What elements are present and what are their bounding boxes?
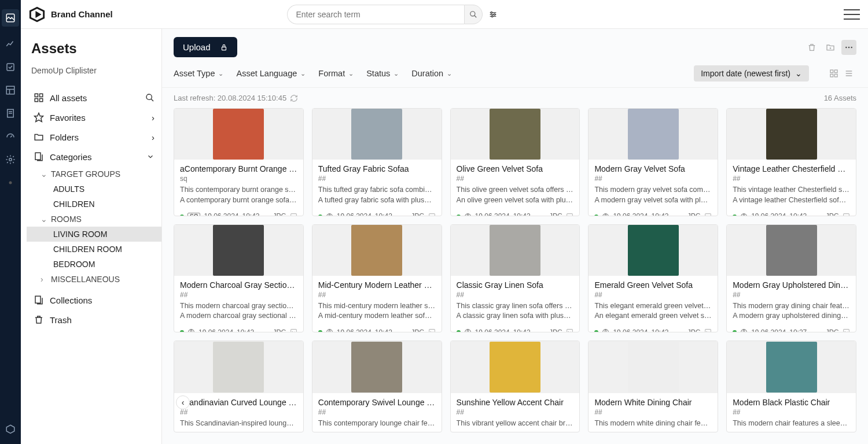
card-desc-1: This modern white dining chair features …	[594, 419, 712, 429]
status-dot	[318, 214, 322, 216]
search-button[interactable]	[464, 5, 483, 24]
cat-bedroom[interactable]: BEDROOM	[31, 257, 157, 272]
rail-layout-icon[interactable]	[5, 84, 16, 96]
card-thumbnail	[174, 109, 303, 160]
asset-card[interactable]: Classic Gray Linen Sofa ## This classic …	[450, 224, 580, 332]
asset-card[interactable]: Contemporary Swivel Lounge Chair ## This…	[312, 341, 442, 433]
rail-settings-icon[interactable]	[5, 154, 16, 165]
asset-card[interactable]: Sunshine Yellow Accent Chair ## This vib…	[450, 341, 580, 433]
card-time: 10:27	[789, 328, 807, 332]
card-title: Modern Gray Velvet Sofa	[594, 164, 712, 173]
chevron-right-icon: ›	[152, 113, 155, 123]
svg-rect-39	[290, 330, 296, 332]
cat-misc[interactable]: ›MISCELLANEOUS	[31, 272, 157, 287]
cat-rooms[interactable]: ⌄ROOMS	[31, 212, 157, 227]
rail-dashboard-icon[interactable]	[5, 131, 16, 142]
rail-assets-icon[interactable]	[2, 9, 19, 27]
rail-dot-icon[interactable]	[5, 177, 16, 188]
nav-trash[interactable]: Trash	[31, 310, 157, 330]
card-thumbnail	[312, 225, 442, 276]
card-time: 10:42	[375, 328, 392, 332]
cat-living-room[interactable]: LIVING ROOM	[27, 227, 161, 242]
card-desc-1: This modern gray dining chair features a…	[733, 301, 850, 312]
chevron-right-icon: ›	[41, 275, 47, 284]
card-title: Sunshine Yellow Accent Chair	[457, 398, 574, 407]
grid-view-icon[interactable]	[826, 66, 841, 81]
filter-asset-language[interactable]: Asset Language⌄	[236, 69, 306, 78]
asset-card[interactable]: Mid-Century Modern Leather Sofa ## This …	[312, 224, 442, 332]
asset-card[interactable]: Modern Gray Velvet Sofa ## This modern g…	[588, 108, 718, 216]
asset-card[interactable]: Tufted Gray Fabric Sofaa ## This tufted …	[312, 108, 442, 216]
card-thumbnail	[312, 341, 442, 393]
asset-card[interactable]: Modern White Dining Chair ## This modern…	[588, 341, 718, 433]
refresh-icon[interactable]	[290, 94, 298, 102]
nav-collections[interactable]: Collections	[31, 290, 157, 310]
folder-add-icon[interactable]	[823, 40, 838, 55]
cat-children[interactable]: CHILDREN	[31, 197, 157, 212]
sort-dropdown[interactable]: Import date (newest first)⌄	[694, 65, 809, 82]
workspace-name[interactable]: DemoUp Cliplister	[31, 66, 157, 75]
nav-folders[interactable]: Folders ›	[31, 127, 157, 147]
svg-point-12	[492, 16, 494, 17]
search-input[interactable]	[287, 5, 464, 24]
filter-asset-type[interactable]: Asset Type⌄	[174, 69, 223, 78]
svg-rect-45	[705, 330, 711, 332]
card-date: 19.06.2024	[613, 328, 648, 332]
rail-doc-icon[interactable]	[5, 108, 16, 119]
card-time: 10:42	[651, 212, 668, 216]
status-dot	[594, 330, 598, 332]
card-hash: ##	[457, 175, 574, 183]
svg-point-24	[851, 46, 852, 47]
more-icon[interactable]	[841, 40, 856, 55]
svg-point-10	[491, 12, 492, 13]
card-date: 19.06.2024	[198, 328, 233, 332]
search-icon[interactable]	[145, 93, 155, 102]
card-date: 19.06.2024	[751, 328, 786, 332]
rail-analytics-icon[interactable]	[5, 38, 16, 50]
cat-adults[interactable]: ADULTS	[31, 182, 157, 197]
cat-target-groups[interactable]: ⌄TARGET GROUPS	[31, 166, 157, 182]
brand-logo[interactable]: Brand Channel	[29, 6, 113, 23]
rail-tasks-icon[interactable]	[5, 61, 16, 73]
list-view-icon[interactable]	[841, 66, 856, 81]
rail-brand-icon[interactable]	[5, 423, 16, 435]
card-desc-2: A contemporary burnt orange sofa with ..…	[180, 195, 297, 206]
card-date: 19.06.2024	[204, 212, 238, 216]
card-title: Olive Green Velvet Sofa	[457, 164, 574, 173]
nav-categories[interactable]: Categories	[31, 147, 157, 166]
svg-point-4	[9, 158, 12, 161]
status-dot	[733, 214, 737, 216]
svg-rect-14	[40, 94, 43, 97]
card-time: 10:42	[242, 212, 260, 216]
asset-card[interactable]: Emerald Green Velvet Sofa ## This elegan…	[588, 224, 718, 332]
svg-rect-33	[567, 213, 573, 216]
asset-grid: aContemporary Burnt Orange Sofa sq This …	[162, 108, 868, 444]
svg-rect-19	[35, 153, 41, 160]
card-date: 19.06.2024	[337, 328, 372, 332]
menu-icon[interactable]	[844, 9, 860, 20]
asset-card[interactable]: Olive Green Velvet Sofa ## This olive gr…	[450, 108, 580, 216]
asset-card[interactable]: Vintage Leather Chesterfield Sofa ## Thi…	[726, 108, 856, 216]
card-desc-1: This vibrant yellow accent chair brings …	[457, 419, 574, 429]
delete-icon[interactable]	[804, 40, 819, 55]
nav-favorites[interactable]: Favorites ›	[31, 108, 157, 127]
svg-rect-47	[844, 330, 849, 332]
cat-children-room[interactable]: CHILDREN ROOM	[31, 242, 157, 257]
svg-point-17	[146, 94, 152, 99]
card-desc-1: This contemporary lounge chair feature..…	[318, 419, 436, 429]
nav-all-assets[interactable]: All assets	[31, 88, 157, 108]
asset-card[interactable]: Modern Black Plastic Chair ## This moder…	[726, 341, 856, 433]
filter-format[interactable]: Format⌄	[318, 69, 354, 78]
upload-button[interactable]: Upload	[174, 37, 237, 57]
status-dot	[457, 214, 461, 216]
tune-icon[interactable]	[485, 6, 501, 23]
asset-card[interactable]: aContemporary Burnt Orange Sofa sq This …	[174, 108, 304, 216]
card-thumbnail	[174, 341, 303, 393]
asset-card[interactable]: Scandinavian Curved Lounge Chair ## This…	[174, 341, 304, 433]
asset-card[interactable]: Modern Gray Upholstered Dining ... ## Th…	[726, 224, 856, 332]
filter-status[interactable]: Status⌄	[366, 69, 399, 78]
filter-duration[interactable]: Duration⌄	[411, 69, 452, 78]
collapse-sidebar-button[interactable]: ‹	[176, 395, 190, 409]
svg-marker-18	[35, 113, 43, 122]
asset-card[interactable]: Modern Charcoal Gray Sectional S... ## T…	[174, 224, 304, 332]
